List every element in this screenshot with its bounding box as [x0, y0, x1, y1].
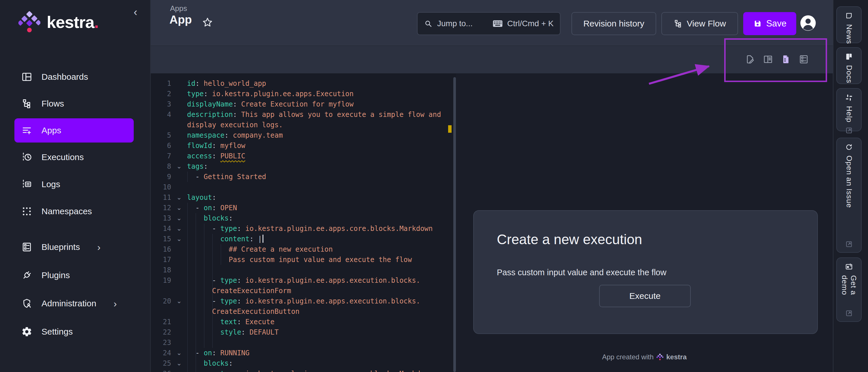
sidebar-item-apps[interactable]: Apps	[14, 119, 134, 142]
rail-button-get-a-demo[interactable]: Get a demo	[836, 258, 862, 322]
sidebar-item-blueprints[interactable]: Blueprints›	[14, 235, 134, 259]
execute-button[interactable]: Execute	[599, 285, 691, 307]
search-icon	[424, 19, 433, 28]
code-line[interactable]: 14⌄ - type: io.kestra.plugin.ee.apps.cor…	[151, 224, 457, 234]
view-flow-button[interactable]: View Flow	[661, 12, 738, 35]
code-line[interactable]: 12⌄ - on: OPEN	[151, 203, 457, 213]
code-line[interactable]: 4description: This app allows you to exe…	[151, 109, 457, 120]
sidebar-item-label: Namespaces	[41, 206, 92, 216]
sidebar-item-label: Apps	[41, 126, 61, 135]
breadcrumb[interactable]: Apps	[170, 4, 187, 13]
code-line[interactable]: 15⌄ content: |	[151, 234, 457, 244]
sidebar-item-executions[interactable]: Executions	[14, 145, 134, 169]
rail-button-news[interactable]: News	[836, 6, 862, 43]
code-line[interactable]: 17 Pass custom input value and execute t…	[151, 255, 457, 265]
external-link-icon	[845, 309, 853, 317]
search-shortcut: Ctrl/Cmd + K	[507, 19, 554, 28]
chevron-right-icon: ›	[114, 299, 117, 308]
code-line[interactable]: 19 - type: io.kestra.plugin.ee.apps.exec…	[151, 275, 457, 285]
save-button[interactable]: Save	[743, 12, 796, 35]
code-line[interactable]: 22 style: DEFAULT	[151, 327, 457, 337]
fold-chevron-icon[interactable]: ⌄	[171, 225, 187, 232]
fold-chevron-icon[interactable]: ⌄	[171, 163, 187, 170]
github-icon	[845, 143, 853, 151]
sidebar-item-logs[interactable]: Logs	[14, 172, 134, 196]
rail-label: Help	[845, 106, 854, 122]
kestra-logo-text: kestra.	[47, 12, 98, 32]
sidebar-collapse-icon[interactable]: ‹	[129, 6, 142, 19]
overview-ruler-warning-mark	[448, 125, 452, 133]
book-open-icon[interactable]	[763, 54, 773, 65]
sidebar-item-flows[interactable]: Flows	[14, 92, 134, 116]
code-line[interactable]: 26 - type: io.kestra.plugin.ee.apps.core…	[151, 369, 457, 372]
code-line[interactable]: 8⌄tags:	[151, 161, 457, 172]
code-line[interactable]: CreateExecutionForm	[151, 285, 457, 296]
favorite-star-icon[interactable]	[202, 17, 213, 28]
user-avatar[interactable]	[799, 14, 817, 32]
kestra-logo[interactable]: kestra.	[19, 10, 98, 34]
external-link-icon	[845, 240, 853, 248]
code-line[interactable]: 18	[151, 265, 457, 275]
code-lines: 1id: hello_world_app2type: io.kestra.plu…	[151, 78, 457, 372]
rail-button-docs[interactable]: Docs	[836, 47, 862, 84]
code-line[interactable]: CreateExecutionButton	[151, 306, 457, 317]
code-line[interactable]: 6flowId: myflow	[151, 140, 457, 151]
blueprints-icon	[21, 242, 32, 252]
code-line[interactable]: 24⌄ - on: RUNNING	[151, 348, 457, 358]
sidebar-item-label: Administration	[41, 299, 96, 308]
sidebar-item-administration[interactable]: Administration›	[14, 292, 134, 315]
rail-label: Docs	[845, 65, 854, 83]
yaml-editor[interactable]: 1id: hello_world_app2type: io.kestra.plu…	[151, 73, 457, 372]
file-edit-icon[interactable]	[745, 54, 755, 65]
sidebar-item-namespaces[interactable]: Namespaces	[14, 199, 134, 224]
fold-chevron-icon[interactable]: ⌄	[171, 194, 187, 201]
rail-button-help[interactable]: Help	[836, 88, 862, 131]
rail-label: News	[845, 24, 854, 44]
fold-chevron-icon[interactable]: ⌄	[171, 297, 187, 305]
rail-button-open-an-issue[interactable]: Open an Issue	[836, 138, 862, 253]
sidebar-item-label: Logs	[41, 179, 60, 189]
apps-icon	[21, 125, 32, 136]
editor-toolbar	[151, 46, 833, 73]
code-line[interactable]: 23	[151, 337, 457, 348]
code-line[interactable]: 13⌄ blocks:	[151, 213, 457, 224]
code-line[interactable]: 5namespace: company.team	[151, 130, 457, 140]
file-document-icon[interactable]	[781, 54, 791, 65]
flows-icon	[21, 98, 32, 109]
sidebar-item-dashboards[interactable]: Dashboards	[14, 65, 134, 89]
code-line[interactable]: 3displayName: Create Execution for myflo…	[151, 99, 457, 109]
sidebar-item-label: Blueprints	[41, 242, 80, 252]
code-line[interactable]: 21 text: Execute	[151, 317, 457, 327]
fold-chevron-icon[interactable]: ⌄	[171, 360, 187, 367]
code-line[interactable]: 9 - Getting Started	[151, 172, 457, 182]
fold-chevron-icon[interactable]: ⌄	[171, 349, 187, 357]
code-line[interactable]: 16 ## Create a new execution	[151, 244, 457, 255]
code-line[interactable]: 2type: io.kestra.plugin.ee.apps.Executio…	[151, 89, 457, 99]
fold-chevron-icon[interactable]: ⌄	[171, 204, 187, 212]
fold-chevron-icon[interactable]: ⌄	[171, 235, 187, 243]
rail-label: Get a demo	[840, 275, 858, 305]
code-line[interactable]: 20⌄ - type: io.kestra.plugin.ee.apps.exe…	[151, 296, 457, 306]
namespaces-icon	[21, 206, 32, 217]
jump-to-search[interactable]: Jump to... Ctrl/Cmd + K	[417, 12, 560, 35]
sidebar-item-plugins[interactable]: Plugins	[14, 263, 134, 288]
keyboard-icon	[493, 20, 503, 27]
code-line[interactable]: 7access: PUBLIC	[151, 151, 457, 161]
footer-text: App created with	[602, 353, 654, 361]
sidebar-item-settings[interactable]: Settings	[14, 319, 134, 344]
code-line[interactable]: 1id: hello_world_app	[151, 78, 457, 89]
card-subtitle: Pass custom input value and execute the …	[497, 268, 666, 277]
revision-history-button[interactable]: Revision history	[571, 12, 656, 35]
execution-card: Create a new execution Pass custom input…	[473, 210, 818, 334]
dashboard-icon	[21, 71, 32, 82]
code-line[interactable]: 25⌄ blocks:	[151, 358, 457, 369]
code-line[interactable]: 11⌄layout:	[151, 192, 457, 203]
sidebar: kestra. ‹ DashboardsFlowsAppsExecutionsL…	[0, 0, 151, 372]
pane-splitter[interactable]	[453, 77, 456, 372]
fold-chevron-icon[interactable]: ⌄	[171, 214, 187, 222]
card-title: Create a new execution	[497, 232, 642, 247]
code-line[interactable]: display execution logs.	[151, 120, 457, 130]
code-line[interactable]: 10	[151, 182, 457, 192]
form-icon[interactable]	[799, 54, 809, 65]
executions-icon	[21, 152, 32, 163]
